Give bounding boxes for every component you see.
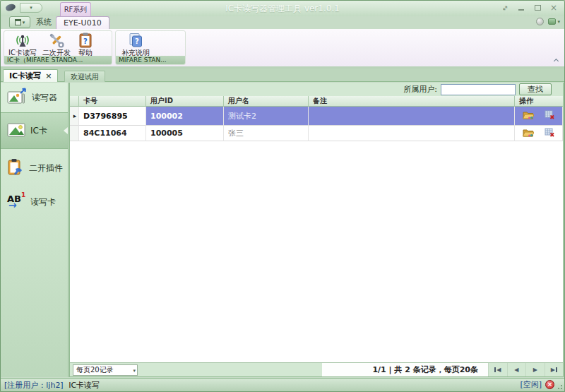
cell-card-no[interactable]: 84C11064 — [79, 126, 146, 141]
doc-tab-label: IC卡读写 — [9, 71, 41, 81]
row-indicator — [70, 126, 79, 141]
last-page-button[interactable]: ▶ — [545, 363, 564, 376]
pagination-nav: ◀ ◀ ▶ ▶ — [488, 363, 563, 376]
ribbon-right-tools: ▾ — [536, 18, 560, 25]
window-controls: ↕ × — [500, 3, 559, 13]
delete-card-button[interactable] — [545, 128, 554, 139]
sidebar-item-label: 二开插件 — [29, 162, 63, 174]
header-indicator — [70, 96, 79, 106]
rw-card-icon: AB1→ — [6, 193, 26, 211]
fit-window-icon[interactable]: ↕ — [500, 3, 510, 13]
svg-text:?: ? — [135, 37, 139, 45]
antenna-icon — [14, 32, 31, 49]
header-card-no[interactable]: 卡号 — [79, 96, 146, 106]
ribbon-body: IC卡读写 二次开发 — [1, 29, 564, 69]
page-size-label: 每页20记录 — [76, 366, 114, 374]
open-card-button[interactable] — [523, 128, 534, 139]
delete-card-button[interactable] — [545, 110, 554, 121]
cell-remark[interactable] — [309, 126, 515, 141]
page-size-dropdown[interactable]: 每页20记录 ▾ — [73, 364, 138, 376]
sidebar-item-label: 读写器 — [32, 92, 57, 104]
stop-close-icon[interactable]: × — [545, 380, 554, 389]
window-menu-icon — [15, 19, 21, 25]
sidebar-item-reader[interactable]: 读写器 — [1, 85, 68, 110]
cell-card-no[interactable]: D3796895 — [79, 107, 146, 126]
sidebar-item-label: 读写卡 — [30, 196, 56, 208]
minimize-icon[interactable] — [516, 3, 526, 13]
quick-access-toolbar[interactable]: ▾ — [20, 3, 42, 13]
pagination-info: 1/1 | 共 2 条记录，每页20条 — [322, 363, 488, 376]
cell-user-id[interactable]: 100005 — [146, 126, 224, 141]
plugin-icon — [6, 158, 25, 179]
owner-user-label: 所属用户: — [403, 84, 437, 95]
table-row[interactable]: 84C11064 100005 张三 — [70, 126, 563, 141]
contextual-tab-rf[interactable]: RF系列 — [60, 2, 91, 16]
close-icon[interactable]: × — [549, 3, 559, 13]
ic-read-write-button[interactable]: IC卡读写 — [6, 31, 40, 57]
ribbon-group-ic: IC卡读写 二次开发 — [4, 30, 112, 65]
content-panel: 所属用户: 查找 卡号 用户ID 用户名 备注 操作 ▸ D3796895 10… — [69, 83, 564, 377]
status-left: [注册用户：ljh2] IC卡读写 — [4, 380, 100, 391]
prev-page-button[interactable]: ◀ — [507, 363, 526, 376]
table-row[interactable]: ▸ D3796895 100002 测试卡2 — [70, 107, 563, 126]
sidebar-item-dev-plugin[interactable]: 二开插件 — [1, 153, 68, 184]
close-tab-icon[interactable]: × — [45, 71, 52, 81]
ribbon-group-caption[interactable]: IC卡（MIFARE STANDA... — [4, 56, 112, 64]
doc-tab-label: 欢迎试用 — [71, 72, 99, 82]
ribbon-tab-row: ▾ 系统 EYE-U010 ▾ — [1, 16, 564, 29]
table-header-row: 卡号 用户ID 用户名 备注 操作 — [70, 96, 563, 107]
open-card-button[interactable] — [523, 110, 534, 121]
cell-user-name[interactable]: 测试卡2 — [224, 107, 309, 126]
tools-icon — [48, 32, 65, 49]
tab-system[interactable]: 系统 — [29, 16, 59, 29]
status-orb-icon[interactable] — [536, 18, 544, 25]
tab-eye-u010[interactable]: EYE-U010 — [56, 16, 109, 29]
next-page-button[interactable]: ▶ — [525, 363, 545, 376]
owner-user-input[interactable] — [441, 84, 516, 95]
sidebar-item-rw-card[interactable]: AB1→ 读写卡 — [1, 186, 68, 218]
header-user-id[interactable]: 用户ID — [146, 96, 224, 106]
find-button[interactable]: 查找 — [519, 83, 552, 95]
header-remark[interactable]: 备注 — [309, 96, 515, 106]
ribbon-collapse-icon[interactable] — [554, 58, 559, 63]
maximize-icon[interactable] — [533, 3, 542, 13]
search-bar: 所属用户: 查找 — [70, 83, 563, 96]
status-bar: [注册用户：ljh2] IC卡读写 [空闲] × — [1, 378, 564, 391]
cell-user-id[interactable]: 100002 — [146, 107, 224, 126]
doc-tab-welcome[interactable]: 欢迎试用 — [64, 71, 105, 82]
cell-remark[interactable] — [309, 107, 515, 126]
cell-operations — [515, 126, 563, 141]
first-page-button[interactable]: ◀ — [488, 363, 507, 376]
clipboard-question-icon: ? — [78, 32, 93, 49]
app-window: ▾ IC卡读写器管理工具 ver1.0.1 RF系列 ↕ × ▾ 系统 EYE-… — [0, 0, 565, 392]
app-menu-button[interactable]: ▾ — [9, 16, 30, 28]
skin-picker-button[interactable]: ▾ — [548, 18, 560, 25]
help-button[interactable]: ? 帮助 — [73, 31, 97, 57]
chevron-down-icon: ▾ — [133, 366, 136, 376]
document-tab-strip: IC卡读写 × 欢迎试用 — [1, 69, 564, 82]
cell-operations — [515, 107, 563, 126]
pagination-bar: 每页20记录 ▾ 1/1 | 共 2 条记录，每页20条 ◀ ◀ ▶ ▶ — [70, 362, 563, 376]
supplement-button[interactable]: ? 补充说明 — [117, 31, 154, 57]
secondary-dev-button[interactable]: 二次开发 — [40, 31, 73, 57]
reader-icon — [6, 88, 28, 108]
pages-question-icon: ? — [127, 32, 144, 49]
header-user-name[interactable]: 用户名 — [224, 96, 309, 106]
sidebar: 读写器 IC卡 二开插件 — [1, 83, 69, 377]
registered-user-text: [注册用户：ljh2] — [4, 381, 64, 390]
cell-user-name[interactable]: 张三 — [224, 126, 309, 141]
idle-status-text: [空闲] — [520, 379, 542, 390]
svg-text:?: ? — [83, 37, 88, 45]
resize-grip[interactable] — [556, 383, 563, 390]
ribbon-group-caption[interactable]: MIFARE STAN... — [116, 56, 185, 64]
skin-chip-icon — [548, 18, 556, 25]
sidebar-item-label: IC卡 — [30, 125, 47, 137]
card-table: 卡号 用户ID 用户名 备注 操作 ▸ D3796895 100002 测试卡2 — [70, 96, 563, 141]
app-logo-icon[interactable] — [5, 3, 16, 12]
status-right: [空闲] × — [520, 379, 554, 390]
header-operation[interactable]: 操作 — [515, 96, 563, 106]
titlebar: ▾ IC卡读写器管理工具 ver1.0.1 RF系列 ↕ × — [1, 1, 564, 16]
sidebar-item-ic-card[interactable]: IC卡 — [1, 112, 68, 149]
doc-tab-ic-rw[interactable]: IC卡读写 × — [3, 69, 58, 82]
row-indicator-icon: ▸ — [70, 107, 79, 126]
